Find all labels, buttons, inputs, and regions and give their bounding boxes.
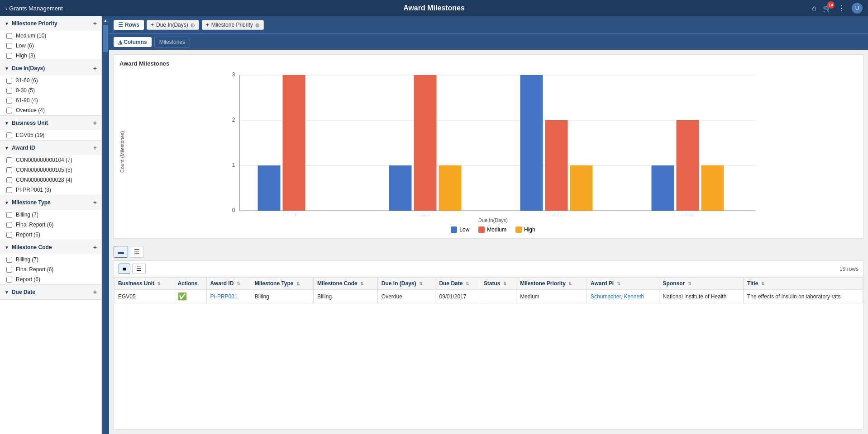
milestones-tab-button[interactable]: Milestones bbox=[154, 37, 190, 47]
add-icon[interactable]: + bbox=[93, 244, 97, 251]
sidebar-scrollbar[interactable]: ▲ bbox=[102, 16, 109, 434]
svg-text:3: 3 bbox=[232, 71, 235, 78]
col-milestone-priority[interactable]: Milestone Priority ⇅ bbox=[516, 278, 587, 290]
sidebar-section-header-milestone-type[interactable]: ▼ Milestone Type + bbox=[0, 195, 101, 210]
list-item: CON000000000028 (4) bbox=[0, 175, 101, 185]
due-0-30-checkbox[interactable] bbox=[6, 88, 12, 94]
due-61-90-checkbox[interactable] bbox=[6, 98, 12, 104]
col-due-in-days[interactable]: Due In (Days) ⇅ bbox=[377, 278, 435, 290]
col-title[interactable]: Title ⇅ bbox=[743, 278, 863, 290]
table-view-buttons: ■ ☰ bbox=[119, 264, 146, 274]
user-icon[interactable]: U bbox=[852, 3, 863, 14]
add-icon[interactable]: + bbox=[93, 199, 97, 206]
filter-columns-bar: ◮ Columns Milestones bbox=[109, 33, 868, 50]
milestone-type-report-checkbox[interactable] bbox=[6, 232, 12, 238]
milestone-priority-chip[interactable]: + Milestone Priority ◍ bbox=[202, 20, 264, 30]
more-options-icon[interactable]: ⋮ bbox=[838, 4, 845, 13]
home-icon[interactable]: ⌂ bbox=[812, 4, 816, 12]
scroll-up-arrow[interactable]: ▲ bbox=[103, 18, 108, 23]
milestone-priority-low-checkbox[interactable] bbox=[6, 43, 12, 49]
col-award-pi[interactable]: Award PI ⇅ bbox=[587, 278, 659, 290]
award-id-28-checkbox[interactable] bbox=[6, 177, 12, 183]
legend-medium: Medium bbox=[478, 226, 506, 233]
columns-button[interactable]: ◮ Columns bbox=[114, 37, 152, 47]
business-unit-egv05-checkbox[interactable] bbox=[6, 132, 12, 138]
sidebar-section-label: Award ID bbox=[12, 145, 35, 151]
milestone-code-billing-checkbox[interactable] bbox=[6, 257, 12, 263]
sidebar-item-label: Final Report (6) bbox=[16, 266, 53, 273]
legend-high-color bbox=[515, 226, 522, 233]
legend-high-label: High bbox=[524, 226, 535, 233]
cell-milestone-priority: Medium bbox=[516, 290, 587, 303]
rows-icon: ☰ bbox=[118, 22, 123, 28]
add-icon[interactable]: + bbox=[93, 144, 97, 151]
scroll-thumb[interactable] bbox=[103, 25, 108, 52]
sidebar-item-label: 0-30 (5) bbox=[16, 87, 35, 94]
col-award-id[interactable]: Award ID ⇅ bbox=[206, 278, 251, 290]
award-id-link[interactable]: PI-PRP001 bbox=[210, 293, 238, 300]
cell-due-date: 09/01/2017 bbox=[435, 290, 480, 303]
cell-milestone-code: Billing bbox=[314, 290, 378, 303]
sidebar-section-milestone-type: ▼ Milestone Type + Billing (7) Final Rep… bbox=[0, 195, 101, 240]
add-icon[interactable]: + bbox=[93, 20, 97, 27]
milestones-table: Business Unit ⇅ Actions Award ID ⇅ Miles… bbox=[114, 277, 863, 303]
milestone-type-final-report-checkbox[interactable] bbox=[6, 222, 12, 228]
sidebar-section-header-milestone-priority[interactable]: ▼ Milestone Priority + bbox=[0, 16, 101, 31]
cell-actions[interactable]: ✅ bbox=[174, 290, 206, 303]
milestone-code-report-checkbox[interactable] bbox=[6, 277, 12, 283]
content-area: ☰ Rows + Due In(Days) ◍ + Milestone Prio… bbox=[109, 16, 868, 434]
svg-rect-18 bbox=[652, 165, 674, 211]
bar-chart: 0 1 2 3 bbox=[129, 71, 858, 215]
remove-chip-icon[interactable]: ◍ bbox=[191, 22, 195, 28]
sidebar-item-label: Medium (10) bbox=[16, 33, 46, 39]
due-in-days-chip[interactable]: + Due In(Days) ◍ bbox=[147, 20, 199, 30]
chart-y-label: Count (Milestones) bbox=[119, 84, 125, 220]
col-status[interactable]: Status ⇅ bbox=[480, 278, 516, 290]
list-chart-button[interactable]: ☰ bbox=[130, 246, 144, 258]
award-pi-link[interactable]: Schumacher, Kenneth bbox=[591, 293, 644, 300]
chart-container: Award Milestones Count (Milestones) bbox=[114, 54, 863, 239]
remove-chip-icon[interactable]: ◍ bbox=[255, 22, 260, 28]
back-button[interactable]: ‹ Grants Management bbox=[5, 5, 63, 12]
sidebar-section-header-due-in-days[interactable]: ▼ Due In(Days) + bbox=[0, 61, 101, 75]
list-view-button[interactable]: ☰ bbox=[132, 264, 146, 274]
add-icon[interactable]: + bbox=[93, 288, 97, 296]
cell-award-id[interactable]: PI-PRP001 bbox=[206, 290, 251, 303]
milestone-priority-high-checkbox[interactable] bbox=[6, 53, 12, 59]
cart-icon[interactable]: 🛒 14 bbox=[823, 4, 832, 13]
sidebar-section-header-award-id[interactable]: ▼ Award ID + bbox=[0, 141, 101, 155]
table-row: EGV05 ✅ PI-PRP001 Billing Billing Overdu… bbox=[114, 290, 863, 303]
milestone-priority-medium-checkbox[interactable] bbox=[6, 33, 12, 39]
svg-rect-14 bbox=[439, 165, 462, 211]
due-31-60-checkbox[interactable] bbox=[6, 78, 12, 84]
action-check-icon[interactable]: ✅ bbox=[178, 292, 187, 300]
rows-button[interactable]: ☰ Rows bbox=[114, 20, 144, 30]
list-item: EGV05 (19) bbox=[0, 130, 101, 140]
award-id-prp001-checkbox[interactable] bbox=[6, 187, 12, 193]
sidebar-section-label: Business Unit bbox=[12, 120, 48, 126]
col-business-unit[interactable]: Business Unit ⇅ bbox=[114, 278, 174, 290]
due-overdue-checkbox[interactable] bbox=[6, 108, 12, 113]
award-id-105-checkbox[interactable] bbox=[6, 167, 12, 173]
list-item: Report (6) bbox=[0, 230, 101, 240]
add-icon[interactable]: + bbox=[93, 65, 97, 72]
col-milestone-type[interactable]: Milestone Type ⇅ bbox=[251, 278, 313, 290]
bar-chart-button[interactable]: ▬ bbox=[114, 246, 128, 258]
cell-award-pi[interactable]: Schumacher, Kenneth bbox=[587, 290, 659, 303]
grid-view-button[interactable]: ■ bbox=[119, 264, 130, 274]
rows-count: 19 rows bbox=[839, 266, 858, 272]
award-id-104-checkbox[interactable] bbox=[6, 157, 12, 163]
col-milestone-code[interactable]: Milestone Code ⇅ bbox=[314, 278, 378, 290]
col-due-date[interactable]: Due Date ⇅ bbox=[435, 278, 480, 290]
add-icon[interactable]: + bbox=[93, 119, 97, 127]
svg-rect-11 bbox=[283, 75, 305, 211]
sidebar-section-header-due-date[interactable]: ▼ Due Date + bbox=[0, 285, 101, 299]
svg-text:31-60: 31-60 bbox=[549, 214, 563, 215]
sidebar-section-header-milestone-code[interactable]: ▼ Milestone Code + bbox=[0, 240, 101, 255]
col-sponsor[interactable]: Sponsor ⇅ bbox=[659, 278, 743, 290]
milestone-type-billing-checkbox[interactable] bbox=[6, 212, 12, 218]
sidebar-section-header-business-unit[interactable]: ▼ Business Unit + bbox=[0, 116, 101, 130]
milestone-code-final-report-checkbox[interactable] bbox=[6, 267, 12, 273]
sidebar-item-label: Report (6) bbox=[16, 276, 40, 283]
table-header-row: Business Unit ⇅ Actions Award ID ⇅ Miles… bbox=[114, 278, 863, 290]
